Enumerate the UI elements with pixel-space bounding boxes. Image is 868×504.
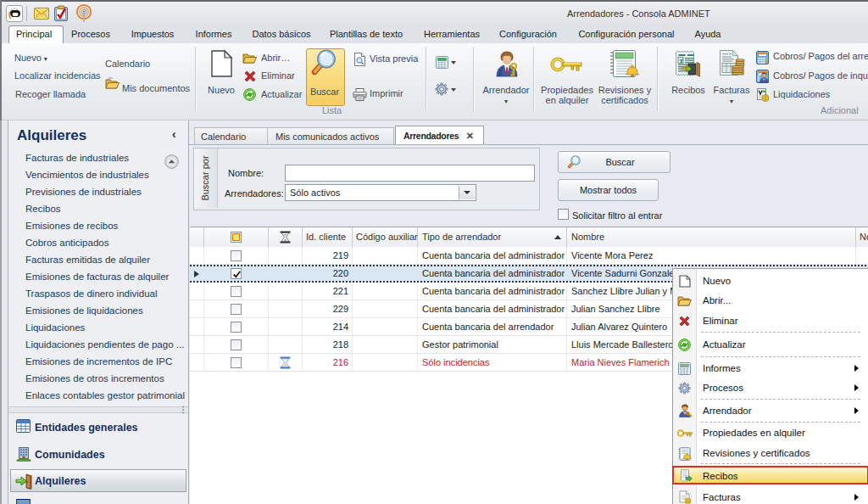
svg-text:T: T	[679, 58, 683, 64]
